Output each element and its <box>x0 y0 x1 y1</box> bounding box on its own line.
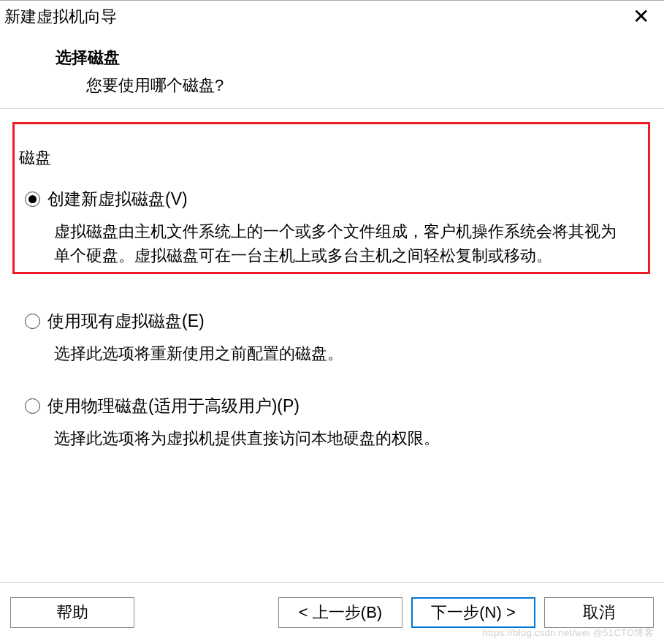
wizard-header: 选择磁盘 您要使用哪个磁盘? <box>0 32 664 108</box>
next-button[interactable]: 下一步(N) > <box>411 597 535 628</box>
page-subtitle: 您要使用哪个磁盘? <box>56 69 664 96</box>
option-label: 使用物理磁盘(适用于高级用户)(P) <box>47 395 299 417</box>
page-title: 选择磁盘 <box>56 47 664 69</box>
option-create-new-disk[interactable]: 创建新虚拟磁盘(V) 虚拟磁盘由主机文件系统上的一个或多个文件组成，客户机操作系… <box>19 169 645 268</box>
option-description: 选择此选项将为虚拟机提供直接访问本地硬盘的权限。 <box>25 417 645 450</box>
disk-group-label: 磁盘 <box>19 109 645 169</box>
radio-icon <box>25 192 40 207</box>
radio-icon <box>25 314 40 329</box>
option-label: 使用现有虚拟磁盘(E) <box>47 310 205 333</box>
option-use-physical-disk[interactable]: 使用物理磁盘(适用于高级用户)(P) 选择此选项将为虚拟机提供直接访问本地硬盘的… <box>19 365 645 450</box>
radio-row[interactable]: 使用物理磁盘(适用于高级用户)(P) <box>25 395 645 417</box>
window-title: 新建虚拟机向导 <box>4 6 117 28</box>
option-description: 选择此选项将重新使用之前配置的磁盘。 <box>25 333 645 365</box>
radio-icon <box>25 398 40 414</box>
cancel-button[interactable]: 取消 <box>544 597 654 628</box>
radio-row[interactable]: 创建新虚拟磁盘(V) <box>25 188 645 211</box>
wizard-content: 磁盘 创建新虚拟磁盘(V) 虚拟磁盘由主机文件系统上的一个或多个文件组成，客户机… <box>0 108 664 583</box>
close-icon: ✕ <box>633 5 649 28</box>
help-button[interactable]: 帮助 <box>10 597 134 628</box>
close-button[interactable]: ✕ <box>628 7 654 27</box>
option-use-existing-disk[interactable]: 使用现有虚拟磁盘(E) 选择此选项将重新使用之前配置的磁盘。 <box>19 268 645 365</box>
titlebar: 新建虚拟机向导 ✕ <box>0 0 664 32</box>
option-label: 创建新虚拟磁盘(V) <box>47 188 188 211</box>
radio-row[interactable]: 使用现有虚拟磁盘(E) <box>25 310 645 333</box>
wizard-footer: 帮助 < 上一步(B) 下一步(N) > 取消 <box>0 583 664 643</box>
back-button[interactable]: < 上一步(B) <box>278 597 402 628</box>
option-description: 虚拟磁盘由主机文件系统上的一个或多个文件组成，客户机操作系统会将其视为单个硬盘。… <box>25 211 645 268</box>
